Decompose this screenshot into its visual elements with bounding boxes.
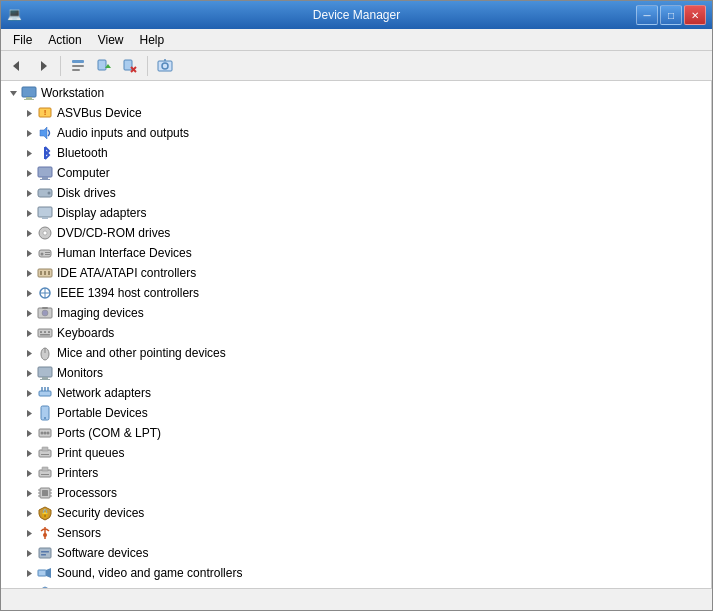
svg-marker-63: [27, 370, 32, 377]
expand-icon-asvbus[interactable]: [21, 105, 37, 121]
expand-icon-soundvideo[interactable]: [21, 565, 37, 581]
tree-item-portabledevices[interactable]: Portable Devices: [1, 403, 711, 423]
tree-item-imaging[interactable]: Imaging devices: [1, 303, 711, 323]
tree-item-computer[interactable]: Computer: [1, 163, 711, 183]
expand-icon-networkadapters[interactable]: [21, 385, 37, 401]
expand-icon-portabledevices[interactable]: [21, 405, 37, 421]
menu-help[interactable]: Help: [132, 31, 173, 49]
tree-item-ieee1394[interactable]: IEEE 1394 host controllers: [1, 283, 711, 303]
expand-icon-printers[interactable]: [21, 465, 37, 481]
device-label-computer: Computer: [57, 166, 110, 180]
expand-icon-imaging[interactable]: [21, 305, 37, 321]
app-icon: 💻: [7, 7, 23, 23]
tree-item-networkadapters[interactable]: Network adapters: [1, 383, 711, 403]
tree-item-humaninterface[interactable]: Human Interface Devices: [1, 243, 711, 263]
svg-text:🔒: 🔒: [40, 508, 50, 518]
expand-icon-mice[interactable]: [21, 345, 37, 361]
svg-rect-82: [42, 447, 48, 451]
expand-icon-diskdrives[interactable]: [21, 185, 37, 201]
svg-rect-59: [40, 334, 50, 336]
menu-view[interactable]: View: [90, 31, 132, 49]
expand-icon-bluetooth[interactable]: [21, 145, 37, 161]
expand-icon-workstation[interactable]: [5, 85, 21, 101]
device-label-keyboards: Keyboards: [57, 326, 114, 340]
svg-marker-21: [40, 127, 47, 139]
expand-icon-humaninterface[interactable]: [21, 245, 37, 261]
tree-item-mice[interactable]: Mice and other pointing devices: [1, 343, 711, 363]
expand-icon-keyboards[interactable]: [21, 325, 37, 341]
minimize-button[interactable]: ─: [636, 5, 658, 25]
device-icon-displayadapters: [37, 205, 53, 221]
toolbar: [1, 51, 712, 81]
title-bar: 💻 Device Manager ─ □ ✕: [1, 1, 712, 29]
title-bar-buttons: ─ □ ✕: [636, 5, 706, 25]
device-label-printers: Printers: [57, 466, 98, 480]
update-driver-button[interactable]: [92, 54, 116, 78]
device-icon-workstation: [21, 85, 37, 101]
tree-item-processors[interactable]: Processors: [1, 483, 711, 503]
tree-item-softwaredevices[interactable]: Software devices: [1, 543, 711, 563]
svg-marker-41: [27, 270, 32, 277]
device-icon-keyboards: [37, 325, 53, 341]
tree-item-displayadapters[interactable]: Display adapters: [1, 203, 711, 223]
main-window: 💻 Device Manager ─ □ ✕ File Action View …: [0, 0, 713, 611]
expand-icon-printqueues[interactable]: [21, 445, 37, 461]
tree-item-asvbus[interactable]: !ASVBus Device: [1, 103, 711, 123]
svg-rect-103: [41, 551, 49, 553]
tree-item-soundvideo[interactable]: Sound, video and game controllers: [1, 563, 711, 583]
expand-icon-ideata[interactable]: [21, 265, 37, 281]
expand-icon-displayadapters[interactable]: [21, 205, 37, 221]
expand-icon-ports[interactable]: [21, 425, 37, 441]
svg-rect-4: [72, 69, 80, 71]
tree-item-ideata[interactable]: IDE ATA/ATAPI controllers: [1, 263, 711, 283]
tree-item-workstation[interactable]: Workstation: [1, 83, 711, 103]
tree-item-printqueues[interactable]: Print queues: [1, 443, 711, 463]
expand-icon-securitydevices[interactable]: [21, 505, 37, 521]
expand-icon-softwaredevices[interactable]: [21, 545, 37, 561]
expand-icon-processors[interactable]: [21, 485, 37, 501]
menu-file[interactable]: File: [5, 31, 40, 49]
svg-marker-13: [10, 91, 17, 96]
svg-marker-0: [13, 61, 19, 71]
expand-icon-monitors[interactable]: [21, 365, 37, 381]
device-icon-portabledevices: [37, 405, 53, 421]
back-button[interactable]: [5, 54, 29, 78]
tree-item-diskdrives[interactable]: Disk drives: [1, 183, 711, 203]
expand-icon-audio[interactable]: [21, 125, 37, 141]
status-bar: [1, 588, 712, 610]
expand-icon-dvdrom[interactable]: [21, 225, 37, 241]
svg-rect-31: [38, 207, 52, 217]
close-button[interactable]: ✕: [684, 5, 706, 25]
svg-rect-26: [40, 179, 50, 180]
tree-item-dvdrom[interactable]: DVD/CD-ROM drives: [1, 223, 711, 243]
tree-item-bluetooth[interactable]: Bluetooth: [1, 143, 711, 163]
tree-item-keyboards[interactable]: Keyboards: [1, 323, 711, 343]
expand-icon-computer[interactable]: [21, 165, 37, 181]
tree-item-ports[interactable]: Ports (COM & LPT): [1, 423, 711, 443]
device-label-bluetooth: Bluetooth: [57, 146, 108, 160]
device-tree[interactable]: Workstation!ASVBus DeviceAudio inputs an…: [1, 81, 712, 588]
tree-item-monitors[interactable]: Monitors: [1, 363, 711, 383]
svg-rect-86: [42, 467, 48, 471]
svg-rect-65: [42, 377, 48, 379]
properties-button[interactable]: [66, 54, 90, 78]
expand-icon-ieee1394[interactable]: [21, 285, 37, 301]
tree-item-securitydevices[interactable]: 🔒Security devices: [1, 503, 711, 523]
device-label-processors: Processors: [57, 486, 117, 500]
device-icon-soundvideo: [37, 565, 53, 581]
svg-rect-40: [45, 254, 50, 255]
maximize-button[interactable]: □: [660, 5, 682, 25]
tree-item-audio[interactable]: Audio inputs and outputs: [1, 123, 711, 143]
svg-marker-30: [27, 210, 32, 217]
svg-marker-36: [27, 250, 32, 257]
uninstall-button[interactable]: [118, 54, 142, 78]
svg-rect-90: [42, 490, 48, 496]
tree-item-sensors[interactable]: Sensors: [1, 523, 711, 543]
menu-action[interactable]: Action: [40, 31, 89, 49]
svg-rect-66: [40, 379, 50, 380]
svg-rect-3: [72, 65, 84, 67]
forward-button[interactable]: [31, 54, 55, 78]
tree-item-printers[interactable]: Printers: [1, 463, 711, 483]
expand-icon-sensors[interactable]: [21, 525, 37, 541]
scan-button[interactable]: [153, 54, 177, 78]
